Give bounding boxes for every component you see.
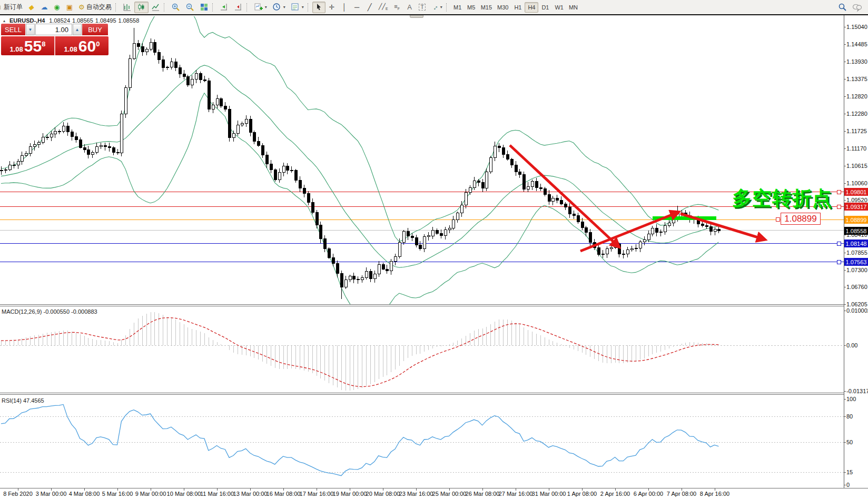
macd-label: MACD(12,26,9) -0.000550 -0.000883 [2, 308, 97, 315]
date-tick-label: 1 Apr 08:00 [567, 491, 597, 497]
autotrading-label: 自动交易 [86, 3, 112, 12]
indicators-button[interactable]: ▾ [251, 2, 270, 13]
equidistant-channel-button[interactable]: ╱╱E [376, 2, 391, 13]
sell-price-button[interactable]: 1.08 55 8 [1, 36, 54, 55]
pane-separator[interactable] [0, 304, 844, 306]
text-label-button[interactable]: T [416, 2, 429, 13]
templates-button[interactable]: ▾ [288, 2, 307, 13]
timeframe-h1[interactable]: H1 [511, 2, 525, 13]
sell-button[interactable]: SELL [1, 24, 25, 35]
crosshair-button[interactable]: ✛ [326, 2, 338, 13]
rsi-pane[interactable] [0, 396, 844, 487]
market-button[interactable]: ▣ [63, 2, 76, 13]
search-button[interactable] [835, 2, 850, 13]
rsi-tick [844, 472, 846, 473]
line-chart-icon [151, 3, 160, 12]
price-tick [844, 200, 846, 201]
price-tick [844, 166, 846, 166]
macd-tick [844, 391, 846, 392]
price-tick-label: 1.06760 [846, 284, 867, 290]
price-tick-label: 1.12820 [846, 93, 867, 99]
macd-tick-label: -0.013171 [846, 388, 868, 394]
timeframe-w1[interactable]: W1 [552, 2, 566, 13]
signals-button[interactable]: ◉ [51, 2, 63, 13]
bar-chart-button[interactable] [120, 2, 134, 13]
candlestick-chart-button[interactable] [134, 2, 149, 13]
timeframe-d1[interactable]: D1 [538, 2, 552, 13]
collapse-one-click-icon[interactable]: ▴ [3, 18, 5, 23]
zoom-out-button[interactable] [183, 2, 197, 13]
chart-shift-button[interactable] [231, 2, 245, 13]
rsi-tick [844, 399, 846, 400]
candlestick-chart-icon [137, 3, 146, 12]
rsi-tick [844, 442, 846, 443]
timeframe-m1[interactable]: M1 [451, 2, 465, 13]
price-tick-label: 1.07300 [846, 267, 867, 273]
price-tick-label: 1.06205 [846, 301, 867, 307]
date-tick-label: 2 Apr 16:00 [600, 491, 630, 497]
horizontal-level-lines[interactable] [0, 192, 844, 262]
trendline-button[interactable]: ╱ [363, 2, 376, 13]
trendline-icon: ╱ [368, 4, 372, 11]
arrows-button[interactable]: ↔▾ [429, 2, 445, 13]
price-tick-label: 1.11725 [846, 128, 867, 134]
new-order-icon: 🗎 [0, 4, 2, 11]
price-tick-label: 1.15040 [846, 24, 867, 30]
timeframe-mn[interactable]: MN [566, 2, 580, 13]
date-tick-label: 23 Mar 16:00 [399, 491, 433, 497]
autotrading-button[interactable]: ⚙ 自动交易 [76, 2, 114, 13]
community-button[interactable]: ☁ [38, 2, 51, 13]
periods-button[interactable]: ▾ [270, 2, 288, 13]
cursor-button[interactable] [312, 2, 326, 13]
price-callout-box[interactable]: 1.08899 [781, 213, 821, 225]
price-badge: 1.08558 [844, 227, 868, 235]
rsi-level-lines [0, 417, 844, 473]
text-label-icon: T [419, 4, 426, 11]
window-top-border [0, 14, 868, 15]
volume-input[interactable] [35, 24, 72, 35]
price-badge: 1.09801 [844, 188, 868, 196]
zoom-out-icon [185, 3, 194, 12]
buy-button[interactable]: BUY [82, 24, 108, 35]
main-chart-pane[interactable] [0, 16, 844, 305]
date-tick-label: 8 Feb 2020 [3, 491, 33, 497]
timeframe-m5[interactable]: M5 [465, 2, 478, 13]
timeframe-h4[interactable]: H4 [525, 2, 538, 13]
market-icon: ▣ [66, 4, 73, 11]
macd-tick-label: 0.010002 [846, 307, 868, 314]
fibonacci-button[interactable]: ≡F [391, 2, 403, 13]
text-button[interactable]: A [403, 2, 416, 13]
symbol-period-label: EURUSD-,H4 [9, 17, 45, 24]
arrows-icon: ↔ [430, 2, 439, 12]
timeframe-m30[interactable]: M30 [495, 2, 511, 13]
indicators-icon [254, 3, 263, 12]
new-order-button[interactable]: 🗎 新订单 [0, 2, 25, 13]
chat-button[interactable] [850, 2, 865, 13]
date-tick-label: 16 Mar 08:00 [267, 491, 301, 497]
volume-decrease-button[interactable]: ▼ [26, 24, 35, 35]
price-tick-label: 1.13375 [846, 76, 867, 82]
zoom-in-button[interactable] [169, 2, 183, 13]
vertical-line-button[interactable]: │ [338, 2, 351, 13]
price-tick [844, 96, 846, 97]
macd-pane[interactable] [0, 307, 844, 392]
candlestick-layer[interactable] [0, 28, 720, 299]
price-tick-label: 1.10615 [846, 163, 867, 169]
tile-windows-button[interactable] [197, 2, 211, 13]
buy-price-button[interactable]: 1.08 60 0 [55, 36, 108, 55]
ohlc-close: 1.08558 [119, 17, 140, 24]
price-badge: 1.07563 [844, 258, 868, 266]
date-tick-label: 10 Mar 08:00 [167, 491, 201, 497]
price-badge: 1.08899 [844, 216, 868, 224]
timeframe-m15[interactable]: M15 [478, 2, 495, 13]
turning-point-annotation[interactable]: 多空转折点 [732, 185, 832, 212]
gold-ingot-button[interactable]: ◆ [25, 2, 38, 13]
auto-scroll-button[interactable] [217, 2, 231, 13]
pane-separator[interactable] [0, 393, 844, 395]
line-chart-button[interactable] [149, 2, 163, 13]
horizontal-line-button[interactable]: ─ [351, 2, 363, 13]
price-tick-label: 1.07855 [846, 249, 867, 256]
volume-increase-button[interactable]: ▲ [73, 24, 82, 35]
date-tick-label: 8 Apr 16:00 [700, 491, 729, 497]
community-icon: ☁ [41, 4, 48, 11]
